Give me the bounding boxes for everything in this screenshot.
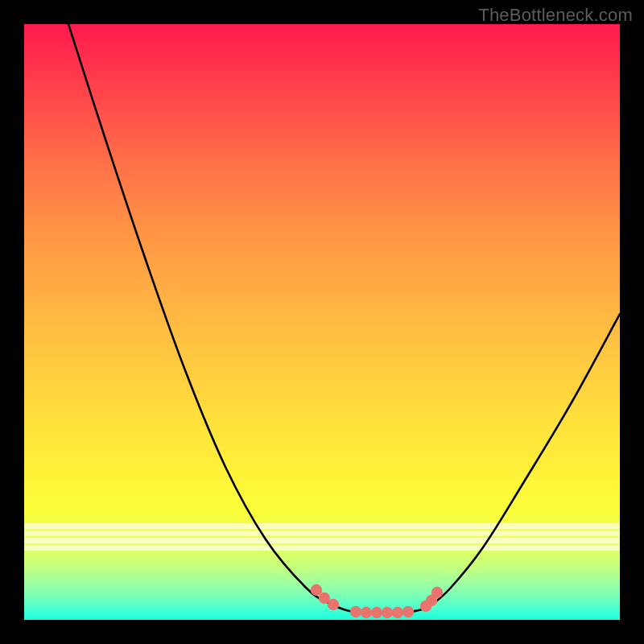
basin-marker <box>382 607 393 618</box>
basin-markers-group <box>311 584 443 618</box>
basin-marker <box>402 606 414 617</box>
basin-marker <box>371 607 382 618</box>
chart-frame: TheBottleneck.com <box>0 0 644 644</box>
basin-marker <box>361 607 372 618</box>
basin-marker <box>392 607 403 618</box>
curve-paths <box>68 24 620 613</box>
watermark: TheBottleneck.com <box>478 5 633 26</box>
plot-area <box>24 24 620 620</box>
basin-marker <box>431 587 443 598</box>
curve-svg <box>24 24 620 620</box>
basin-marker <box>350 606 361 617</box>
basin-marker <box>328 599 339 610</box>
series-left-curve <box>68 24 354 612</box>
series-right-curve <box>411 314 620 612</box>
